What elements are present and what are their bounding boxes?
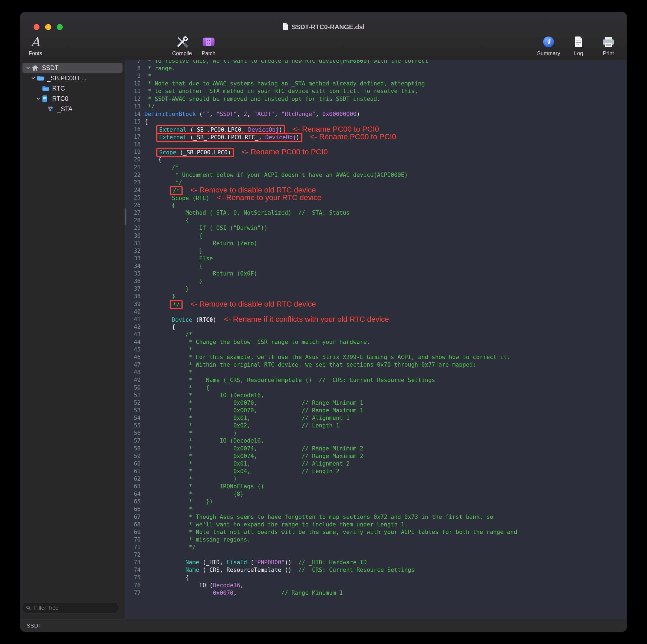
code-line: 58 * 0x0074, // Range Minimum 2: [125, 445, 627, 452]
line-number: 18: [125, 141, 141, 148]
toolbar-compile-button[interactable]: Compile: [171, 34, 194, 57]
toolbar-button-label: Summary: [537, 50, 560, 57]
print-icon: [602, 34, 615, 50]
code-line: 24 /*<- Remove to disable old RTC device: [125, 186, 627, 194]
sidebar-item-label: RTC0: [52, 95, 68, 102]
line-number: 59: [125, 452, 141, 460]
line-number: 49: [125, 376, 141, 384]
log-icon: [574, 34, 583, 50]
code-line: 12 * SSDT-AWAC should be removed and ins…: [125, 95, 627, 103]
toolbar-button-label: Fonts: [29, 50, 42, 57]
code-line: 55 * 0x02, // Length 1: [125, 422, 627, 429]
code-line: 59 * 0x0074, // Range Maximum 2: [125, 452, 627, 460]
toolbar-summary-button[interactable]: iSummary: [537, 34, 560, 57]
code-line: 33 Else: [125, 255, 627, 262]
toolbar-print-button[interactable]: Print: [597, 34, 620, 57]
annotation-note: <- Remove to disable old RTC device: [190, 186, 316, 194]
code-line: 39 */<- Remove to disable old RTC device: [125, 300, 627, 308]
code-line: 70 * missing regions.: [125, 536, 627, 544]
line-number: 65: [125, 498, 141, 505]
filter-tree-input[interactable]: [23, 602, 118, 613]
code-line: 7 * To resolve this, we'll want to creat…: [125, 60, 627, 65]
annotation-note: <- Rename PC00 to PCI0: [310, 133, 396, 141]
sidebar-item-label: _SB.PC00.L...: [47, 75, 86, 82]
code-line: 36 }: [125, 277, 627, 285]
line-number: 51: [125, 392, 141, 399]
line-number: 9: [125, 72, 141, 80]
line-number: 72: [125, 551, 141, 559]
code-line: 21 /*: [125, 164, 627, 171]
code-line: 22 * Uncomment below if your ACPI doesn'…: [125, 171, 627, 179]
code-editor[interactable]: 7 * To resolve this, we'll want to creat…: [125, 60, 627, 619]
line-number: 36: [125, 277, 141, 285]
sidebar-item-sta[interactable]: _STA: [22, 104, 123, 114]
sidebar-item-label: RTC: [52, 85, 65, 92]
toolbar-group-right: iSummaryLogPrint: [537, 34, 620, 57]
line-number: 37: [125, 285, 141, 293]
line-number: 77: [125, 589, 141, 597]
line-number: 33: [125, 255, 141, 262]
code-line: 73 Name (_HID, EisaId ("PNP0B00")) // _H…: [125, 559, 627, 566]
annotation-note: <- Rename PC00 to PCI0: [293, 125, 379, 133]
code-line: 23 */: [125, 179, 627, 186]
annotation-box: Scope (_SB.PC00.LPC0): [156, 148, 234, 157]
summary-icon: i: [543, 34, 555, 50]
sidebar-item-sbpc00l[interactable]: _SB.PC00.L...: [22, 73, 123, 83]
chevron-down-icon[interactable]: [25, 65, 31, 70]
code-lines: 7 * To resolve this, we'll want to creat…: [125, 60, 627, 597]
line-number: 24: [125, 186, 141, 194]
code-line: 26 {: [125, 202, 627, 209]
line-number: 20: [125, 156, 141, 163]
annotation-box: External (_SB_.PC00.LPC0.RTC_, DeviceObj…: [156, 133, 302, 142]
line-number: 25: [125, 194, 141, 202]
code-line: 72: [125, 551, 627, 559]
line-number: 69: [125, 528, 141, 536]
line-number: 60: [125, 460, 141, 468]
line-number: 45: [125, 346, 141, 353]
annotation-box: */: [170, 300, 183, 309]
code-line: 15{: [125, 118, 627, 126]
line-number: 34: [125, 262, 141, 270]
toolbar-log-button[interactable]: Log: [567, 34, 590, 57]
sidebar: SSDT_SB.PC00.L...RTCRTC0_STA: [20, 60, 125, 619]
sidebar-item-rtc[interactable]: RTC: [22, 83, 123, 93]
annotation-note: <- Rename to your RTC device: [217, 193, 321, 202]
pane-splitter-handle[interactable]: [125, 208, 126, 225]
code-line: 64 * {8}: [125, 490, 627, 498]
code-line: 27 Method (_STA, 0, NotSerialized) // _S…: [125, 209, 627, 217]
line-number: 17: [125, 133, 141, 141]
line-number: 15: [125, 118, 141, 126]
line-number: 28: [125, 217, 141, 224]
line-number: 22: [125, 171, 141, 179]
line-number: 70: [125, 536, 141, 544]
code-line: 13 */: [125, 103, 627, 110]
line-number: 47: [125, 361, 141, 369]
code-line: 68 * we'll want to expand the range to i…: [125, 521, 627, 528]
code-line: 63 * IRQNoFlags (): [125, 483, 627, 490]
toolbar-patch-button[interactable]: Patch: [197, 34, 220, 57]
chevron-down-icon[interactable]: [35, 96, 42, 101]
toolbar-button-label: Print: [603, 50, 614, 57]
code-line: 35 Return (0x0F): [125, 270, 627, 277]
line-number: 54: [125, 414, 141, 422]
line-number: 16: [125, 126, 141, 133]
filter-tree-field: [23, 602, 118, 613]
toolbar-fonts-button[interactable]: AFonts: [24, 34, 47, 57]
document-icon: [282, 23, 288, 31]
line-number: 53: [125, 407, 141, 414]
line-number: 8: [125, 65, 141, 72]
sidebar-item-rtc0[interactable]: RTC0: [22, 93, 123, 104]
code-line: 19 Scope (_SB.PC00.LPC0)<- Rename PC00 t…: [125, 148, 627, 156]
line-number: 67: [125, 513, 141, 521]
code-line: 37 }: [125, 285, 627, 293]
toolbar-button-label: Patch: [202, 50, 215, 57]
line-number: 75: [125, 574, 141, 581]
code-line: 52 * 0x0070, // Range Minimum 1: [125, 399, 627, 407]
code-line: 30 {: [125, 232, 627, 240]
code-line: 40: [125, 308, 627, 316]
doc-icon: [42, 95, 51, 102]
code-line: 54 * 0x01, // Alignment 1: [125, 414, 627, 422]
sidebar-item-ssdt[interactable]: SSDT: [22, 63, 123, 73]
chevron-down-icon[interactable]: [30, 76, 37, 81]
line-number: 27: [125, 209, 141, 217]
